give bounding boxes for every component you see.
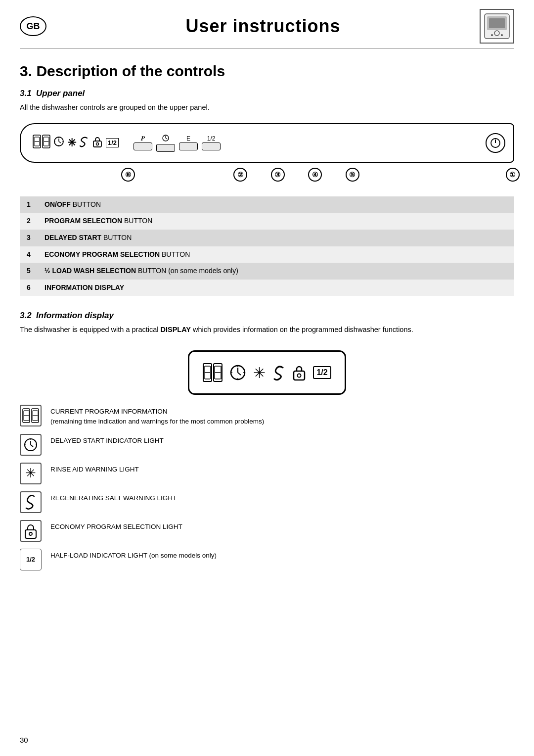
svg-rect-59 xyxy=(294,371,305,380)
table-row: 1 ON/OFF BUTTON xyxy=(20,196,514,213)
table-row-num: 4 xyxy=(20,246,38,263)
table-row-desc: ON/OFF BUTTON xyxy=(38,196,514,213)
legend-row-seg: CURRENT PROGRAM INFORMATION (remaining t… xyxy=(20,405,514,427)
svg-point-85 xyxy=(29,532,32,535)
table-row: 5 ½ LOAD WASH SELECTION BUTTON (on some … xyxy=(20,263,514,280)
asterisk-icon-large: ✳ xyxy=(253,364,266,381)
callout-4: ④ xyxy=(308,168,322,182)
asterisk-icon-panel: ✳ xyxy=(67,137,76,149)
clock-icon-panel xyxy=(53,136,64,149)
svg-rect-29 xyxy=(93,141,101,147)
salt-icon-panel xyxy=(79,136,89,150)
salt-icon-large xyxy=(272,364,285,381)
page-header: GB User instructions xyxy=(0,0,534,48)
svg-line-79 xyxy=(31,445,33,447)
eco-icon-panel xyxy=(92,136,103,149)
subsection1-title: 3.1 Upper panel xyxy=(20,89,514,98)
half-icon-panel: 1/2 xyxy=(106,138,119,147)
large-display-diagram: ✳ 1/2 xyxy=(188,350,346,395)
btn-economy: E xyxy=(179,136,198,150)
page-title: User instructions xyxy=(185,16,340,37)
svg-point-30 xyxy=(96,143,99,145)
svg-rect-3 xyxy=(489,18,505,28)
subsection2-text: The dishwasher is equipped with a practi… xyxy=(20,325,514,335)
callout-6: ⑥ xyxy=(121,168,135,182)
callout-5: ⑤ xyxy=(346,168,359,182)
legend-icon-asterisk: ✳ xyxy=(20,463,42,484)
clock-icon-large xyxy=(229,364,246,381)
brand-logo xyxy=(480,9,514,44)
callout-row: ⑥ ② ③ ④ ⑤ ① xyxy=(20,168,534,187)
legend-row-salt: REGENERATING SALT WARNING LIGHT xyxy=(20,491,514,513)
subsection1-text: All the dishwasher controls are grouped … xyxy=(20,102,514,113)
legend-icon-eco xyxy=(20,520,42,542)
table-row: 6 INFORMATION DISPLAY xyxy=(20,280,514,296)
table-row: 4 ECONOMY PROGRAM SELECTION BUTTON xyxy=(20,246,514,263)
seg-display-large xyxy=(203,363,222,382)
table-row: 3 DELAYED START BUTTON xyxy=(20,230,514,246)
table-row-desc: INFORMATION DISPLAY xyxy=(38,280,514,296)
legend-text-asterisk: RINSE AID WARNING LIGHT xyxy=(50,463,139,474)
seg-display-icon xyxy=(33,135,50,151)
legend-row-asterisk: ✳ RINSE AID WARNING LIGHT xyxy=(20,463,514,484)
table-row-num: 6 xyxy=(20,280,38,296)
btn-delayed xyxy=(156,134,175,152)
controls-table: 1 ON/OFF BUTTON 2 PROGRAM SELECTION BUTT… xyxy=(20,196,514,296)
table-row-num: 5 xyxy=(20,263,38,280)
table-row-desc: DELAYED START BUTTON xyxy=(38,230,514,246)
table-row-num: 1 xyxy=(20,196,38,213)
table-row: 2 PROGRAM SELECTION BUTTON xyxy=(20,213,514,230)
callout-2: ② xyxy=(233,168,247,182)
page-number: 30 xyxy=(20,736,28,744)
subsection2-title: 3.2 Information display xyxy=(20,311,514,321)
legend-text-clock: DELAYED START INDICATOR LIGHT xyxy=(50,434,164,446)
eco-icon-large xyxy=(292,364,306,381)
gb-badge: GB xyxy=(20,16,46,36)
legend-text-seg: CURRENT PROGRAM INFORMATION (remaining t… xyxy=(50,405,264,427)
section-title: 3. Description of the controls xyxy=(20,63,514,80)
legend-icon-clock xyxy=(20,434,42,456)
legend-icon-half: 1/2 xyxy=(20,549,42,570)
svg-point-60 xyxy=(298,374,301,378)
callout-3: ③ xyxy=(271,168,285,182)
btn-half: 1/2 xyxy=(202,136,221,150)
table-row-desc: PROGRAM SELECTION BUTTON xyxy=(38,213,514,230)
table-row-desc: ECONOMY PROGRAM SELECTION BUTTON xyxy=(38,246,514,263)
onoff-button-diagram xyxy=(486,133,505,153)
svg-line-33 xyxy=(166,138,167,139)
svg-rect-84 xyxy=(25,530,36,538)
legend-row-half: 1/2 HALF-LOAD INDICATOR LIGHT (on some m… xyxy=(20,549,514,570)
icon-legend-list: CURRENT PROGRAM INFORMATION (remaining t… xyxy=(20,405,514,570)
legend-row-eco: ECONOMY PROGRAM SELECTION LIGHT xyxy=(20,520,514,542)
legend-text-eco: ECONOMY PROGRAM SELECTION LIGHT xyxy=(50,520,182,532)
panel-diagram: ✳ 1/2 𝑷 xyxy=(20,123,514,163)
legend-icon-salt xyxy=(20,491,42,513)
legend-text-half: HALF-LOAD INDICATOR LIGHT (on some model… xyxy=(50,549,217,561)
legend-row-clock: DELAYED START INDICATOR LIGHT xyxy=(20,434,514,456)
svg-point-4 xyxy=(491,34,493,36)
table-row-num: 3 xyxy=(20,230,38,246)
display-area: ✳ 1/2 xyxy=(29,135,119,151)
btn-program: 𝑷 xyxy=(134,135,152,150)
table-row-desc: ½ LOAD WASH SELECTION BUTTON (on some mo… xyxy=(38,263,514,280)
legend-icon-seg xyxy=(20,405,42,426)
svg-line-54 xyxy=(238,373,241,375)
buttons-section: 𝑷 E 1/2 xyxy=(134,134,221,152)
callout-1: ① xyxy=(506,168,520,182)
header-divider xyxy=(20,48,514,49)
half-icon-large: 1/2 xyxy=(313,366,331,379)
table-row-num: 2 xyxy=(20,213,38,230)
legend-text-salt: REGENERATING SALT WARNING LIGHT xyxy=(50,491,177,503)
svg-point-5 xyxy=(501,34,503,36)
svg-line-24 xyxy=(59,142,61,143)
